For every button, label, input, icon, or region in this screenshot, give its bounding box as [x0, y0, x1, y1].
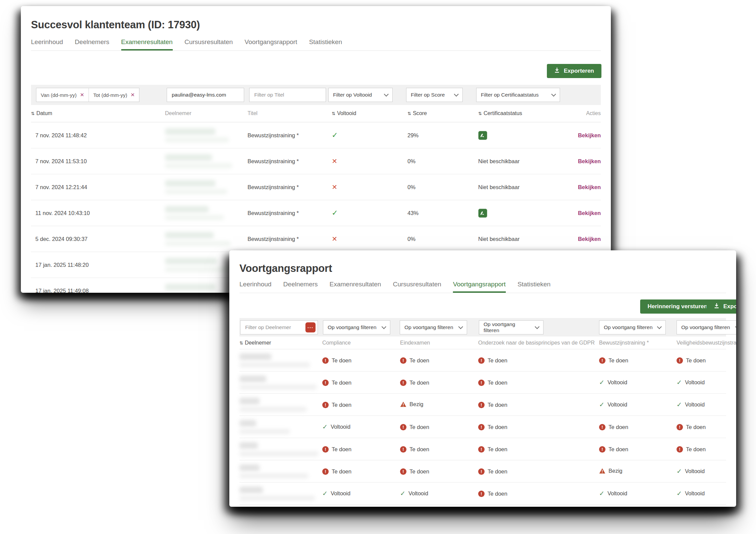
bekijken-link[interactable]: Bekijken: [578, 236, 601, 242]
clear-date-to-icon[interactable]: ✕: [131, 92, 135, 98]
not-completed-x-icon: ✕: [332, 235, 337, 243]
participant-name-blurred: [165, 206, 248, 220]
acties-cell: Bekijken: [572, 148, 601, 174]
titel-cell: Bewustzijnstraining *: [248, 148, 332, 174]
pdf-certificate-icon[interactable]: [478, 209, 487, 218]
sort-icon: ⇅: [407, 111, 411, 116]
score-cell: 0%: [407, 226, 478, 252]
todo-icon: !: [478, 402, 485, 408]
status-cell: [400, 505, 478, 507]
participant-name-blurred: [239, 442, 322, 456]
tab-deelnemers[interactable]: Deelnemers: [283, 281, 318, 293]
status-badge: ✓Voltooid: [599, 490, 627, 497]
status-badge: !Te doen: [677, 446, 706, 453]
status-badge: !Te doen: [478, 491, 507, 497]
table-header-row: ⇅DeelnemerComplianceEindexamenOnderzoek …: [239, 336, 726, 349]
status-cell: [478, 505, 599, 507]
column-header-certificaatstatus[interactable]: ⇅Certificaatstatus: [478, 105, 572, 122]
deelnemer-cell: [239, 460, 322, 483]
todo-icon: !: [599, 357, 605, 364]
column-header-datum[interactable]: ⇅Datum: [31, 105, 165, 122]
deelnemer-cell: [165, 200, 248, 226]
datum-cell: 7 nov. 2024 11:53:10: [31, 148, 165, 174]
progress-filter-select[interactable]: Op voortgang filteren: [400, 320, 467, 334]
done-check-icon: ✓: [599, 401, 604, 408]
clear-date-from-icon[interactable]: ✕: [80, 92, 84, 98]
participant-filter-input[interactable]: [171, 92, 240, 98]
status-badge: !Te doen: [599, 357, 628, 364]
deelnemer-cell: [239, 438, 322, 460]
date-from-filter[interactable]: Van (dd-mm-yy) ✕: [36, 88, 89, 102]
tab-cursusresultaten[interactable]: Cursusresultaten: [185, 38, 233, 50]
status-badge: !Te doen: [400, 468, 429, 475]
status-badge: !Te doen: [322, 357, 352, 364]
column-header-bewustzijnstraining: Bewustzijnstraining *: [599, 336, 677, 349]
status-badge: !Te doen: [478, 357, 507, 364]
tab-cursusresultaten[interactable]: Cursusresultaten: [393, 281, 441, 293]
completed-filter-select[interactable]: Filter op Voltooid: [328, 88, 393, 102]
certificaatstatus-cell: [478, 122, 572, 148]
bekijken-link[interactable]: Bekijken: [578, 158, 601, 164]
certificaatstatus-cell: Niet beschikbaar: [478, 174, 572, 200]
voltooid-cell: ✓: [332, 200, 407, 226]
status-cell: !Te doen: [400, 371, 478, 394]
status-cell: !Te doen: [677, 416, 726, 438]
participant-name-blurred: [165, 180, 248, 194]
status-cell: ✓Voltooid: [599, 483, 677, 505]
tab-leerinhoud[interactable]: Leerinhoud: [239, 281, 271, 293]
table-row: [239, 505, 726, 507]
send-reminder-button[interactable]: Herinnering versturen: [640, 299, 715, 314]
status-badge: ✓Voltooid: [677, 401, 705, 408]
date-to-filter[interactable]: Tot (dd-mm-yy) ✕: [89, 88, 139, 102]
table-row: 5 dec. 2024 09:30:37Bewustzijnstraining …: [31, 226, 601, 252]
bekijken-link[interactable]: Bekijken: [578, 210, 601, 216]
status-badge: ✓Voltooid: [322, 490, 351, 497]
status-badge: !Te doen: [478, 446, 507, 453]
participant-name-blurred: [239, 464, 322, 478]
deelnemer-cell: [165, 122, 248, 148]
titel-cell: Bewustzijnstraining *: [248, 174, 332, 200]
tab-voortgangsrapport[interactable]: Voortgangsrapport: [453, 281, 505, 293]
chevron-down-icon: [382, 324, 386, 329]
participant-name-blurred: [239, 398, 322, 412]
deelnemer-cell: [239, 483, 322, 505]
export-button[interactable]: Exporteren: [547, 64, 601, 78]
titel-cell: Bewustzijnstraining *: [248, 226, 332, 252]
tab-leerinhoud[interactable]: Leerinhoud: [31, 38, 63, 50]
todo-icon: !: [322, 446, 329, 453]
progress-filter-select[interactable]: Op voortgang filteren: [599, 320, 666, 334]
column-header-deelnemer[interactable]: ⇅Deelnemer: [239, 336, 322, 349]
status-cell: ✓Voltooid: [322, 483, 400, 505]
score-cell: 0%: [407, 174, 478, 200]
tab-statistieken[interactable]: Statistieken: [518, 281, 551, 293]
chevron-down-icon: [458, 324, 463, 329]
sort-icon: ⇅: [239, 341, 243, 346]
progress-filter-select[interactable]: Op voortgang filteren: [323, 320, 390, 334]
progress-filter-select[interactable]: Op voortgang filteren: [479, 320, 544, 334]
autofill-dots-icon[interactable]: ···: [305, 322, 316, 332]
tab-examenresultaten[interactable]: Examenresultaten: [121, 38, 173, 50]
tab-voortgangsrapport[interactable]: Voortgangsrapport: [244, 38, 297, 50]
table-row: 7 nov. 2024 12:21:44Bewustzijnstraining …: [31, 174, 601, 200]
title-filter-input[interactable]: [254, 92, 322, 98]
status-cell: ✓Voltooid: [322, 416, 400, 438]
score-filter-select[interactable]: Filter op Score: [406, 88, 463, 102]
bekijken-link[interactable]: Bekijken: [578, 132, 601, 138]
status-badge: ✓Voltooid: [677, 490, 705, 497]
download-icon: [714, 303, 719, 310]
status-cell: ✓Voltooid: [677, 371, 726, 394]
column-header-score[interactable]: ⇅Score: [407, 105, 478, 122]
export-button[interactable]: Exporteren: [706, 299, 736, 314]
progress-filter-select[interactable]: Op voortgang filteren: [677, 320, 736, 334]
participant-filter-input[interactable]: [244, 324, 303, 331]
status-badge: ✓Voltooid: [599, 401, 627, 408]
column-header-voltooid[interactable]: ⇅Voltooid: [332, 105, 407, 122]
certificate-filter-select[interactable]: Filter op Certificaatstatus: [476, 88, 560, 102]
bekijken-link[interactable]: Bekijken: [578, 184, 601, 190]
tab-deelnemers[interactable]: Deelnemers: [75, 38, 109, 50]
tab-examenresultaten[interactable]: Examenresultaten: [330, 281, 381, 293]
status-badge: !Te doen: [400, 424, 429, 430]
status-badge: ✓Voltooid: [400, 490, 428, 497]
pdf-certificate-icon[interactable]: [478, 131, 487, 140]
tab-statistieken[interactable]: Statistieken: [309, 38, 342, 50]
